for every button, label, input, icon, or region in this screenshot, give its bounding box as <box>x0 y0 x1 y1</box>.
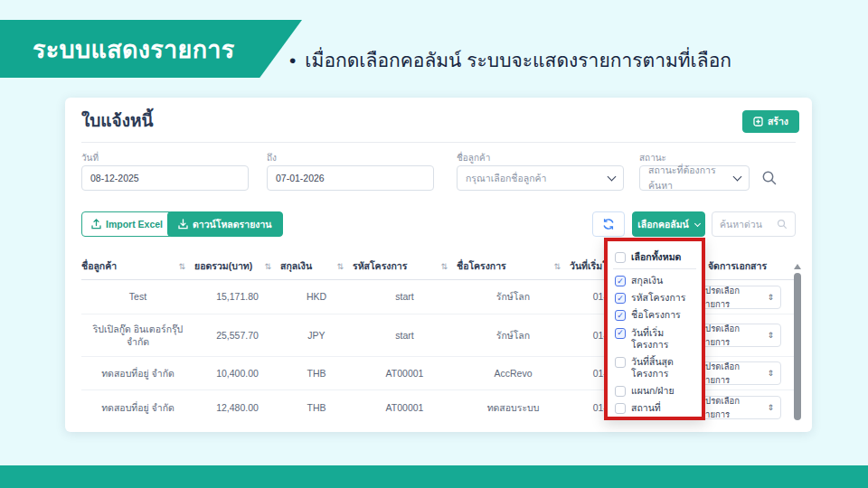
customer-select-placeholder: กรุณาเลือกชื่อลูกค้า <box>466 171 546 186</box>
date-to-value: 07-01-2026 <box>276 173 325 183</box>
refresh-button[interactable] <box>592 211 625 237</box>
header-divider <box>81 142 796 143</box>
sort-icon[interactable]: ⇅ <box>336 262 344 271</box>
bullet-dot: • <box>289 50 296 71</box>
create-button[interactable]: สร้าง <box>742 110 799 133</box>
status-select-placeholder: สถานะที่ต้องการค้นหา <box>648 163 734 193</box>
cell-project-code: start <box>353 290 457 303</box>
quick-search-placeholder: ค้นหาด่วน <box>720 217 762 232</box>
date-to-input[interactable]: 07-01-2026 <box>267 165 434 191</box>
updown-icon: ⇕ <box>767 369 774 378</box>
date-from-input[interactable]: 08-12-2025 <box>81 165 249 191</box>
column-option-detail[interactable]: ✓ รายละเอียด <box>615 419 694 420</box>
refresh-icon <box>602 218 615 230</box>
vertical-scrollbar[interactable] <box>794 273 801 420</box>
checkbox[interactable] <box>615 252 626 263</box>
cell-project-code: AT00001 <box>353 401 457 414</box>
doc-action-select[interactable]: โปรดเลือกรายการ⇕ <box>693 286 781 309</box>
download-report-label: ดาวน์โหลดรายงาน <box>193 217 272 232</box>
checkbox[interactable]: ✓ <box>615 403 626 414</box>
date-to-label: ถึง <box>267 151 277 164</box>
customer-filter-label: ชื่อลูกค้า <box>457 151 490 164</box>
column-option-location[interactable]: ✓ สถานที่ <box>615 402 694 414</box>
dropdown-divider <box>613 268 696 269</box>
cell-total: 25,557.70 <box>194 329 280 342</box>
cell-project-name: ทดสอบระบบ <box>457 401 570 414</box>
invoice-card: ใบแจ้งหนี้ สร้าง วันที่ 08-12-2025 ถึง 0… <box>65 98 812 432</box>
checkbox[interactable]: ✓ <box>615 328 626 339</box>
bullet-text: เมื่อกดเลือกคอลัมน์ ระบบจะแสดงรายการตามท… <box>305 45 731 75</box>
doc-action-select[interactable]: โปรดเลือกรายการ⇕ <box>693 324 781 347</box>
cell-currency: HKD <box>280 290 353 303</box>
date-from-value: 08-12-2025 <box>90 173 139 183</box>
select-columns-label: เลือกคอลัมน์ <box>637 217 689 232</box>
status-select[interactable]: สถานะที่ต้องการค้นหา <box>639 165 750 191</box>
doc-action-select[interactable]: โปรดเลือกรายการ⇕ <box>693 396 781 419</box>
sort-icon[interactable]: ⇅ <box>264 262 271 271</box>
sort-icon[interactable]: ⇅ <box>553 262 561 271</box>
column-option-project-code[interactable]: ✓ รหัสโครงการ <box>615 292 694 304</box>
cell-customer: ทดสอบที่อยู่ จำกัด <box>81 401 194 414</box>
cell-total: 10,400.00 <box>194 367 280 380</box>
cell-project-name: AccRevo <box>457 367 570 380</box>
search-icon[interactable] <box>761 170 778 186</box>
column-option-project-name[interactable]: ✓ ชื่อโครงการ <box>615 309 694 321</box>
cell-customer: ริปเปิลกู๊ด อินเตอร์กรุ๊ป จำกัด <box>81 323 194 348</box>
updown-icon: ⇕ <box>767 331 774 340</box>
upload-icon <box>91 219 101 230</box>
updown-icon: ⇕ <box>767 403 774 412</box>
header-total[interactable]: ยอดรวม(บาท)⇅ <box>194 258 280 274</box>
date-from-label: วันที่ <box>81 151 99 164</box>
header-manage-docs: จัดการเอกสาร <box>693 258 781 274</box>
slide-bullet: • เมื่อกดเลือกคอลัมน์ ระบบจะแสดงรายการตา… <box>289 45 731 75</box>
checkbox[interactable]: ✓ <box>615 293 626 304</box>
cell-customer: Test <box>81 290 194 303</box>
column-option-end-date[interactable]: ✓ วันที่สิ้นสุดโครงการ <box>615 356 694 380</box>
updown-icon: ⇕ <box>767 293 774 302</box>
scrollbar-up-arrow[interactable] <box>794 264 801 269</box>
import-excel-button[interactable]: Import Excel <box>81 211 173 237</box>
chevron-down-icon <box>608 173 617 182</box>
doc-action-select[interactable]: โปรดเลือกรายการ⇕ <box>693 361 781 385</box>
cell-total: 15,171.80 <box>194 290 280 303</box>
cell-total: 12,480.00 <box>194 401 280 414</box>
create-button-label: สร้าง <box>768 114 788 129</box>
header-project-code[interactable]: รหัสโครงการ⇅ <box>353 258 457 274</box>
cell-currency: THB <box>280 367 353 380</box>
checkbox[interactable]: ✓ <box>615 276 626 286</box>
header-currency[interactable]: สกุลเงิน⇅ <box>280 258 353 274</box>
checkbox[interactable]: ✓ <box>615 310 626 321</box>
page-title: ใบแจ้งหนี้ <box>81 107 154 134</box>
chevron-down-icon <box>694 220 701 226</box>
checkbox[interactable]: ✓ <box>615 357 626 368</box>
plus-square-icon <box>753 117 763 127</box>
header-project-name[interactable]: ชื่อโครงการ⇅ <box>457 258 570 274</box>
cell-currency: THB <box>280 401 353 414</box>
search-icon <box>777 219 788 230</box>
customer-select[interactable]: กรุณาเลือกชื่อลูกค้า <box>457 165 624 191</box>
section-title: ระบบแสดงรายการ <box>0 30 235 69</box>
chevron-down-icon <box>733 173 742 182</box>
cell-project-code: AT00001 <box>353 367 457 380</box>
column-option-currency[interactable]: ✓ สกุลเงิน <box>615 275 694 286</box>
select-all-option[interactable]: เลือกทั้งหมด <box>615 251 694 263</box>
checkbox[interactable]: ✓ <box>615 386 626 397</box>
section-banner: ระบบแสดงรายการ <box>0 20 302 78</box>
cell-project-name: รักษ์โลก <box>457 290 570 303</box>
cell-project-code: start <box>353 329 457 342</box>
header-customer[interactable]: ชื่อลูกค้า⇅ <box>81 258 194 274</box>
cell-currency: JPY <box>280 329 353 342</box>
column-option-department[interactable]: ✓ แผนก/ฝ่าย <box>615 385 694 397</box>
download-icon <box>178 219 188 230</box>
download-report-button[interactable]: ดาวน์โหลดรายงาน <box>167 211 283 237</box>
sort-icon[interactable]: ⇅ <box>178 262 185 271</box>
select-columns-button[interactable]: เลือกคอลัมน์ <box>632 211 705 237</box>
cell-project-name: รักษ์โลก <box>457 329 570 342</box>
quick-search-input[interactable]: ค้นหาด่วน <box>712 211 796 237</box>
column-option-start-date[interactable]: ✓ วันที่เริ่มโครงการ <box>615 327 694 351</box>
bottom-accent-bar <box>0 465 868 488</box>
cell-customer: ทดสอบที่อยู่ จำกัด <box>81 367 194 380</box>
sort-icon[interactable]: ⇅ <box>440 262 448 271</box>
column-picker-dropdown: เลือกทั้งหมด ✓ สกุลเงิน ✓ รหัสโครงการ ✓ … <box>604 238 705 420</box>
import-excel-label: Import Excel <box>106 219 163 230</box>
